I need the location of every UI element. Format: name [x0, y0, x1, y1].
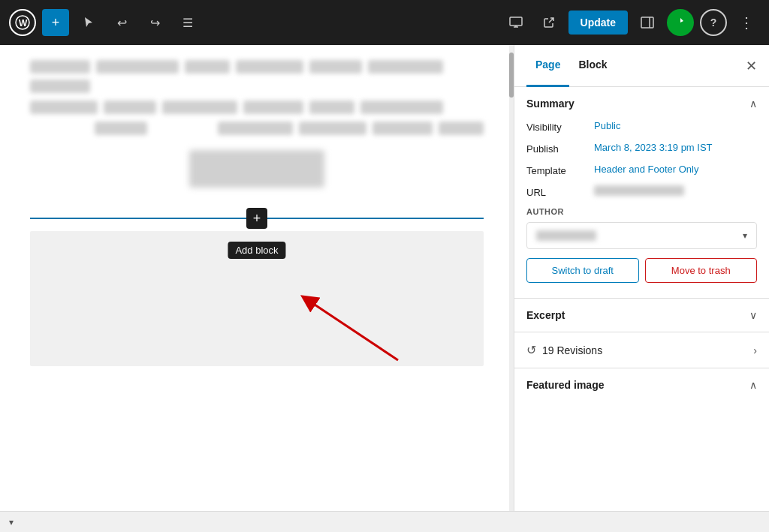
author-select-box[interactable]: ▾ [526, 222, 757, 249]
add-block-toolbar-button[interactable]: + [42, 9, 69, 36]
summary-section-header[interactable]: Summary ∧ [514, 87, 769, 120]
scroll-thumb[interactable] [509, 53, 514, 98]
sidebar-close-button[interactable]: ✕ [746, 58, 757, 74]
scrollbar[interactable] [509, 45, 514, 511]
publish-row: Publish March 8, 2023 3:19 pm IST [526, 142, 757, 155]
preview-monitor-button[interactable] [502, 9, 529, 36]
featured-image-header[interactable]: Featured image ∧ [514, 368, 769, 401]
excerpt-section: Excerpt ∨ [514, 299, 769, 332]
revisions-clock-icon: ↺ [526, 343, 536, 357]
revisions-chevron-icon: › [753, 344, 757, 356]
add-block-line: + Add block [30, 218, 484, 219]
featured-image-chevron-icon: ∧ [749, 379, 757, 391]
svg-rect-2 [510, 17, 522, 26]
redo-button[interactable]: ↪ [141, 9, 168, 36]
summary-content: Visibility Public Publish March 8, 2023 … [514, 120, 769, 298]
move-to-trash-button[interactable]: Move to trash [645, 258, 758, 283]
featured-image-section: Featured image ∧ [514, 368, 769, 401]
add-block-button[interactable]: + [246, 208, 267, 229]
list-view-button[interactable]: ☰ [174, 9, 201, 36]
content-row-1 [30, 60, 484, 93]
author-dropdown-icon: ▾ [743, 230, 747, 241]
summary-section: Summary ∧ Visibility Public Publish Marc… [514, 87, 769, 299]
revisions-left: ↺ 19 Revisions [526, 343, 602, 357]
author-value-blurred [536, 230, 596, 241]
content-row-3 [30, 122, 484, 135]
revisions-section[interactable]: ↺ 19 Revisions › [514, 332, 769, 368]
summary-title: Summary [526, 98, 574, 110]
url-label: URL [526, 185, 594, 198]
sidebar-header: Page Block ✕ [514, 45, 769, 87]
sidebar-toggle-button[interactable] [634, 9, 661, 36]
select-tool-button[interactable] [75, 9, 102, 36]
publish-label: Publish [526, 142, 594, 155]
content-row-2 [30, 101, 484, 114]
switch-to-draft-button[interactable]: Switch to draft [526, 258, 639, 283]
revisions-text: 19 Revisions [542, 344, 602, 356]
author-label: AUTHOR [526, 207, 757, 216]
bottom-bar-arrow-icon: ▾ [9, 517, 14, 527]
undo-button[interactable]: ↩ [108, 9, 135, 36]
template-label: Template [526, 164, 594, 176]
url-row: URL [526, 185, 757, 198]
main-area: + Add block Page B [0, 45, 769, 511]
featured-image-title: Featured image [526, 379, 604, 391]
toolbar: W + ↩ ↪ ☰ Update ? ⋮ [0, 0, 769, 45]
excerpt-chevron-icon: ∨ [749, 309, 757, 321]
external-link-button[interactable] [535, 9, 562, 36]
more-options-button[interactable]: ⋮ [733, 9, 760, 36]
update-button[interactable]: Update [568, 11, 628, 35]
help-icon[interactable]: ? [700, 9, 727, 36]
svg-rect-3 [641, 17, 653, 28]
svg-text:W: W [19, 18, 28, 29]
visibility-value[interactable]: Public [594, 120, 620, 131]
excerpt-section-header[interactable]: Excerpt ∨ [514, 299, 769, 332]
url-value [594, 185, 684, 196]
wp-logo-icon[interactable]: W [9, 9, 36, 36]
template-row: Template Header and Footer Only [526, 164, 757, 176]
sidebar-panel: Page Block ✕ Summary ∧ Visibility Public… [514, 45, 769, 511]
editor-area: + Add block [0, 45, 514, 511]
editor-content: + Add block [0, 45, 514, 381]
excerpt-title: Excerpt [526, 309, 565, 321]
add-block-tooltip: Add block [228, 242, 285, 259]
bottom-bar: ▾ [0, 511, 769, 532]
tab-block[interactable]: Block [569, 45, 616, 87]
visibility-label: Visibility [526, 120, 594, 133]
publish-value[interactable]: March 8, 2023 3:19 pm IST [594, 142, 713, 153]
author-group: AUTHOR ▾ [526, 207, 757, 249]
action-buttons: Switch to draft Move to trash [526, 258, 757, 283]
summary-chevron-icon: ∧ [749, 98, 757, 110]
tab-page[interactable]: Page [526, 45, 569, 87]
performance-icon[interactable] [667, 9, 694, 36]
visibility-row: Visibility Public [526, 120, 757, 133]
template-value[interactable]: Header and Footer Only [594, 164, 698, 175]
